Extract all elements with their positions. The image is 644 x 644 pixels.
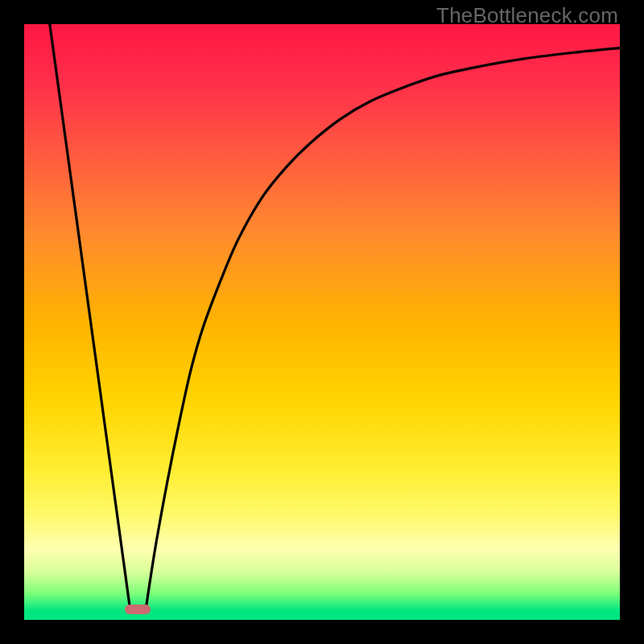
background-gradient	[24, 24, 620, 620]
chart-frame: TheBottleneck.com	[0, 0, 644, 644]
optimal-marker	[125, 605, 151, 614]
plot-area	[24, 24, 620, 620]
svg-rect-0	[24, 24, 620, 620]
watermark-text: TheBottleneck.com	[436, 3, 618, 28]
